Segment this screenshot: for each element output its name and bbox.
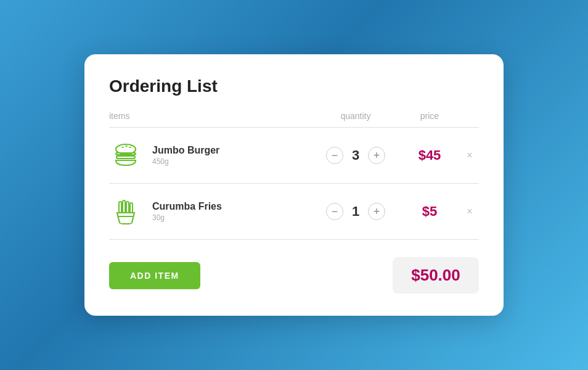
header-price: price <box>399 111 460 121</box>
svg-point-2 <box>125 146 128 147</box>
svg-rect-9 <box>130 203 133 213</box>
header-quantity: quantity <box>312 111 399 121</box>
qty-value-fries: 1 <box>349 204 362 220</box>
burger-icon <box>109 139 142 172</box>
item-price-burger: $45 <box>399 147 460 163</box>
svg-point-3 <box>129 147 131 148</box>
table-row: Jumbo Burger 450g − 3 + $45 × <box>109 128 479 184</box>
qty-value-burger: 3 <box>349 147 362 163</box>
increase-qty-burger[interactable]: + <box>368 147 385 164</box>
fries-icon <box>109 195 142 228</box>
table-row: Curumba Fries 30g − 1 + $5 × <box>109 184 479 240</box>
svg-rect-8 <box>126 202 129 213</box>
header-items: items <box>109 111 312 121</box>
item-price-fries: $5 <box>399 204 460 220</box>
item-name-fries: Curumba Fries <box>152 201 222 212</box>
order-total: $50.00 <box>393 257 479 294</box>
ordering-card: Ordering List items quantity price <box>84 54 504 316</box>
item-text-burger: Jumbo Burger 450g <box>152 145 219 166</box>
table-header: items quantity price <box>109 111 479 128</box>
decrease-qty-burger[interactable]: − <box>326 147 343 164</box>
item-weight-burger: 450g <box>152 157 219 166</box>
card-title: Ordering List <box>109 76 479 96</box>
item-info-burger: Jumbo Burger 450g <box>109 139 312 172</box>
quantity-control-fries: − 1 + <box>312 203 399 220</box>
card-footer: ADD ITEM $50.00 <box>109 257 479 294</box>
svg-point-1 <box>121 147 124 148</box>
svg-rect-5 <box>116 156 135 158</box>
item-name-burger: Jumbo Burger <box>152 145 219 156</box>
remove-fries-button[interactable]: × <box>460 206 479 217</box>
svg-rect-6 <box>119 202 121 213</box>
item-weight-fries: 30g <box>152 213 222 222</box>
item-info-fries: Curumba Fries 30g <box>109 195 312 228</box>
svg-rect-7 <box>123 200 125 213</box>
item-text-fries: Curumba Fries 30g <box>152 201 222 222</box>
decrease-qty-fries[interactable]: − <box>326 203 343 220</box>
quantity-control-burger: − 3 + <box>312 147 399 164</box>
remove-burger-button[interactable]: × <box>460 150 479 161</box>
increase-qty-fries[interactable]: + <box>368 203 385 220</box>
add-item-button[interactable]: ADD ITEM <box>109 262 200 289</box>
